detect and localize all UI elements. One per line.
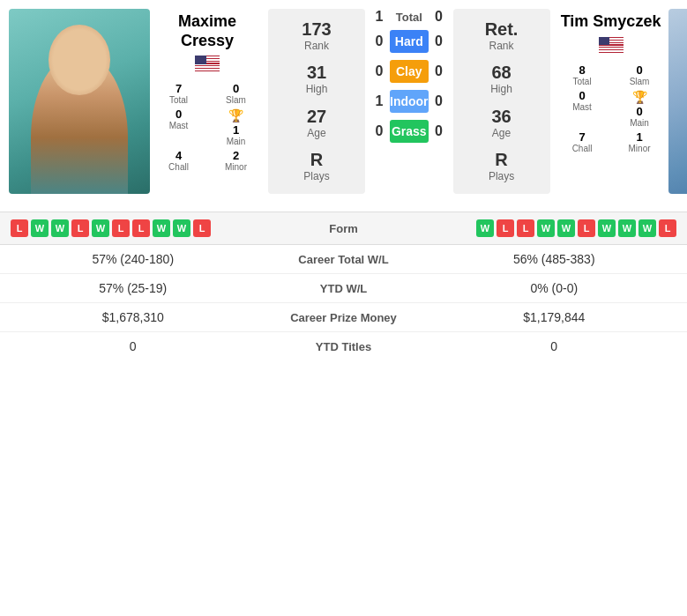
stats-left-value: 57% (25-19): [11, 281, 256, 295]
form-label: Form: [291, 222, 397, 235]
stats-left-value: $1,678,310: [11, 310, 256, 324]
clay-row: 0 Clay 0: [369, 60, 450, 83]
left-player-flag: [195, 56, 220, 71]
right-rank: Ret. Rank: [485, 20, 519, 52]
form-row: LWWLWLLWWL Form WLLWWLWWWL: [0, 212, 687, 245]
stats-right-value: 0% (0-0): [432, 281, 677, 295]
left-player-photo: [9, 9, 150, 194]
left-chall-stat: 4 Chall: [154, 149, 203, 172]
stats-table-row: 57% (25-19) YTD W/L 0% (0-0): [0, 274, 687, 303]
right-plays: R Plays: [489, 151, 514, 182]
left-age: 27 Age: [307, 108, 326, 139]
stats-right-value: 0: [432, 339, 677, 353]
stats-center-label: Career Total W/L: [256, 253, 432, 266]
left-main-stat: 🏆 1 Main: [212, 108, 260, 146]
stats-table: 57% (240-180) Career Total W/L 56% (485-…: [0, 245, 687, 360]
left-stats-grid: 7 Total 0 Slam 0 Mast 🏆 1 Main 4: [154, 82, 260, 172]
left-mast-stat: 0 Mast: [154, 108, 203, 146]
clay-btn: Clay: [390, 60, 429, 83]
form-badge: L: [11, 219, 28, 237]
form-badge: W: [537, 219, 555, 237]
right-minor-stat: 1 Minor: [616, 130, 664, 153]
right-trophy-icon: 🏆: [632, 90, 647, 104]
form-badge: L: [193, 219, 211, 237]
right-player-photo: [668, 9, 687, 194]
form-badge: W: [557, 219, 575, 237]
main-container: Maxime Cressy 7 Total 0 Slam 0 Mast: [0, 0, 687, 360]
stats-table-row: 57% (240-180) Career Total W/L 56% (485-…: [0, 245, 687, 274]
form-badge: W: [638, 219, 656, 237]
right-mast-stat: 0 Mast: [558, 89, 607, 128]
right-age: 36 Age: [491, 108, 511, 139]
left-form-badges: LWWLWLLWWL: [11, 219, 291, 237]
form-badge: W: [92, 219, 109, 237]
form-badge: L: [659, 219, 676, 237]
top-section: Maxime Cressy 7 Total 0 Slam 0 Mast: [0, 0, 687, 203]
form-badge: W: [173, 219, 190, 237]
left-stats-block: 173 Rank 31 High 27 Age R Plays: [268, 9, 365, 194]
stats-table-row: 0 YTD Titles 0: [0, 332, 687, 360]
form-badge: W: [476, 219, 494, 237]
bottom-section: LWWLWLLWWL Form WLLWWLWWWL 57% (240-180)…: [0, 212, 687, 360]
stats-center-label: YTD W/L: [256, 282, 432, 295]
stats-table-row: $1,678,310 Career Prize Money $1,179,844: [0, 303, 687, 332]
right-player-flag: [599, 37, 624, 53]
total-label: Total: [390, 11, 429, 24]
center-panel: 1 Total 0 0 Hard 0 0 Clay 0 1 Indoor 0: [365, 9, 453, 194]
right-main-stat: 🏆 0 Main: [616, 89, 664, 128]
right-total-stat: 8 Total: [558, 63, 607, 86]
hard-row: 0 Hard 0: [369, 30, 450, 53]
hard-btn: Hard: [390, 30, 429, 53]
form-badge: W: [598, 219, 616, 237]
left-rank: 173 Rank: [302, 20, 331, 52]
left-minor-stat: 2 Minor: [212, 149, 260, 172]
grass-btn: Grass: [390, 120, 429, 143]
right-high: 68 High: [490, 63, 512, 95]
form-badge: L: [497, 219, 514, 237]
form-badge: L: [132, 219, 150, 237]
total-row: 1 Total 0: [369, 9, 450, 25]
right-chall-stat: 7 Chall: [558, 130, 607, 153]
stats-center-label: Career Prize Money: [256, 311, 432, 324]
form-badge: L: [71, 219, 89, 237]
left-trophy-icon: 🏆: [228, 108, 243, 122]
form-badge: L: [112, 219, 130, 237]
right-form-badges: WLLWWLWWWL: [397, 219, 677, 237]
left-player-name: Maxime Cressy: [178, 12, 236, 50]
left-plays: R Plays: [303, 151, 329, 182]
stats-center-label: YTD Titles: [256, 340, 432, 353]
form-badge: W: [51, 219, 69, 237]
stats-left-value: 0: [11, 339, 256, 353]
right-slam-stat: 0 Slam: [616, 63, 664, 86]
stats-left-value: 57% (240-180): [11, 252, 256, 266]
right-player-name: Tim Smyczek: [561, 12, 661, 32]
right-player-info: Tim Smyczek 8 Total 0 Slam 0 Mast 🏆: [554, 9, 668, 194]
left-high: 31 High: [306, 63, 328, 95]
indoor-btn: Indoor: [390, 90, 429, 113]
left-total-stat: 7 Total: [154, 82, 203, 105]
right-stats-grid: 8 Total 0 Slam 0 Mast 🏆 0 Main 7: [558, 63, 664, 153]
left-slam-stat: 0 Slam: [212, 82, 260, 105]
indoor-row: 1 Indoor 0: [369, 90, 450, 113]
form-badge: W: [618, 219, 636, 237]
grass-row: 0 Grass 0: [369, 120, 450, 143]
left-player-info: Maxime Cressy 7 Total 0 Slam 0 Mast: [150, 9, 265, 194]
right-stats-block: Ret. Rank 68 High 36 Age R Plays: [453, 9, 550, 194]
stats-right-value: 56% (485-383): [432, 252, 677, 266]
form-badge: L: [517, 219, 534, 237]
stats-right-value: $1,179,844: [432, 310, 677, 324]
form-badge: W: [31, 219, 49, 237]
form-badge: W: [153, 219, 170, 237]
form-badge: L: [578, 219, 595, 237]
